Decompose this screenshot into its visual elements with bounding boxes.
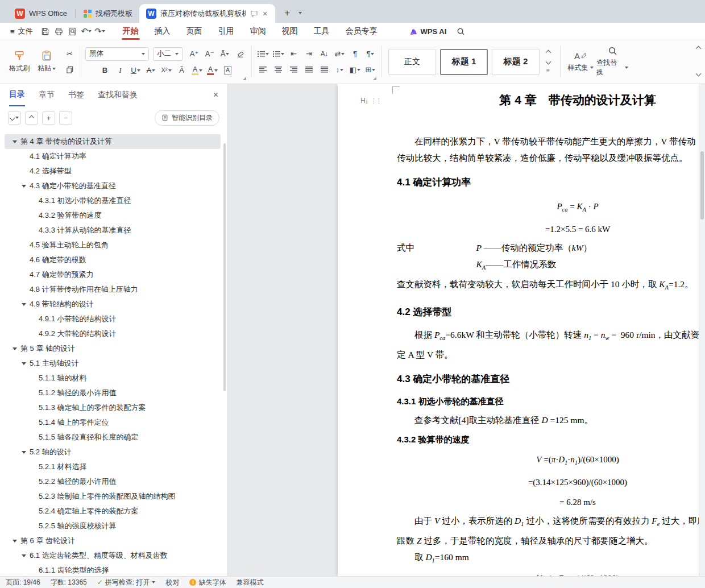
highlight-button[interactable]: A xyxy=(190,64,204,77)
style-set-button[interactable]: A 样式集 xyxy=(565,51,596,73)
toc-item[interactable]: 5.2.1 材料选择 xyxy=(5,459,221,474)
sidebar-tab[interactable]: 查找和替换 xyxy=(98,84,138,106)
toc-item[interactable]: 5.2.4 确定轴上零件的装配方案 xyxy=(5,504,221,519)
menu-tab[interactable]: 开始 xyxy=(115,23,147,40)
print-preview-button[interactable] xyxy=(66,24,80,38)
toc-item[interactable]: 4.2 选择带型 xyxy=(5,164,221,179)
tab-wps-office[interactable]: W WPS Office xyxy=(8,4,74,23)
toc-expand-arrow-icon[interactable] xyxy=(13,540,20,543)
toc-item[interactable]: 4.5 验算主动轮上的包角 xyxy=(5,238,221,252)
toc-item[interactable]: 5.1.5 轴各段直径和长度的确定 xyxy=(5,430,221,445)
align-left-button[interactable] xyxy=(256,64,270,76)
menu-tab[interactable]: 视图 xyxy=(274,23,306,40)
paragraph-dialog-launcher-icon[interactable] xyxy=(373,77,376,80)
page-indicator[interactable]: 页面: 19/46 xyxy=(6,578,40,587)
tab-list-button[interactable] xyxy=(295,6,306,20)
sort-button[interactable]: A↓ xyxy=(317,48,331,60)
toc-item[interactable]: 第 4 章 带传动的设计及计算 xyxy=(5,134,221,149)
toc-item[interactable]: 4.1 确定计算功率 xyxy=(5,149,221,164)
toc-item[interactable]: 4.6 确定带的根数 xyxy=(5,252,221,267)
compatibility-mode-badge[interactable]: 兼容模式 xyxy=(236,578,263,587)
style-option[interactable]: 标题 1 xyxy=(440,49,488,75)
toc-item[interactable]: 5.1 主动轴设计 xyxy=(5,356,221,371)
zoom-out-outline-button[interactable]: − xyxy=(59,111,72,125)
toc-item[interactable]: 4.8 计算带传动作用在轴上压轴力 xyxy=(5,282,221,297)
toc-item[interactable]: 4.3.1 初选小带轮的基准直径 xyxy=(5,193,221,208)
outdent-button[interactable]: ⇤ xyxy=(287,48,301,60)
paragraph-layout-button[interactable]: ¶ xyxy=(348,48,362,60)
toc-expand-arrow-icon[interactable] xyxy=(22,185,30,188)
new-tab-button[interactable]: + xyxy=(280,6,295,20)
drag-handle-icon[interactable]: ⋮⋮ xyxy=(371,97,381,105)
menu-tab[interactable]: 工具 xyxy=(306,23,338,40)
save-button[interactable] xyxy=(39,24,52,38)
menu-tab[interactable]: 页面 xyxy=(179,23,210,40)
paste-button[interactable]: 粘贴 xyxy=(33,49,60,74)
toc-item[interactable]: 5.2.2 轴径的最小许用值 xyxy=(5,474,221,489)
toc-item[interactable]: 5.1.3 确定轴上的零件的装配方案 xyxy=(5,400,221,415)
toc-item[interactable]: 4.7 确定带的预紧力 xyxy=(5,267,221,282)
style-scroll-down-button[interactable] xyxy=(544,58,553,66)
align-justify-button[interactable] xyxy=(302,64,316,76)
chevron-down-icon[interactable] xyxy=(696,71,702,77)
menu-tab[interactable]: 审阅 xyxy=(242,23,274,40)
indent-button[interactable]: ⇥ xyxy=(302,48,316,60)
undo-button[interactable]: ↶ xyxy=(80,24,93,38)
search-button[interactable] xyxy=(457,27,465,36)
toc-item[interactable]: 4.3.3 计算从动轮的基准直径 xyxy=(5,223,221,238)
missing-fonts-warning[interactable]: ! 缺失字体 xyxy=(189,578,226,587)
font-color-button[interactable]: A xyxy=(205,64,219,77)
collapse-all-button[interactable] xyxy=(8,111,21,125)
tab-current-document[interactable]: W 液压对称传动截板机剪板机设... × xyxy=(139,4,275,23)
word-count[interactable]: 字数: 13365 xyxy=(51,578,87,587)
menu-tab[interactable]: 会员专享 xyxy=(338,23,385,40)
sidebar-tab[interactable]: 目录 xyxy=(9,84,25,106)
heading-handle[interactable]: H₁ ⋮⋮ xyxy=(360,97,381,105)
toc-item[interactable]: 第 6 章 齿轮设计 xyxy=(5,533,221,548)
toc-item[interactable]: 4.9 带轮结构的设计 xyxy=(5,297,221,312)
copy-button[interactable] xyxy=(63,64,77,76)
toc-expand-arrow-icon[interactable] xyxy=(22,362,30,365)
superscript-button[interactable]: X² xyxy=(159,64,173,77)
sidebar-tab[interactable]: 书签 xyxy=(68,84,84,106)
zoom-in-outline-button[interactable]: + xyxy=(42,111,55,125)
toc-expand-arrow-icon[interactable] xyxy=(22,451,30,454)
text-direction-button[interactable]: ⇄ xyxy=(333,48,347,60)
expand-all-button[interactable] xyxy=(25,111,38,125)
toc-item[interactable]: 4.3 确定小带轮的基准直径 xyxy=(5,179,221,193)
character-border-button[interactable]: A xyxy=(221,64,235,77)
style-scroll-up-button[interactable] xyxy=(544,49,553,57)
style-gallery-more-button[interactable]: ≡ xyxy=(544,67,553,75)
shading-button[interactable]: ◧ xyxy=(348,64,362,76)
menu-tab[interactable]: 插入 xyxy=(147,23,179,40)
toc-item[interactable]: 4.9.1 小带轮的结构设计 xyxy=(5,312,221,326)
cut-button[interactable]: ✂ xyxy=(63,48,77,60)
decrease-font-button[interactable]: A⁻ xyxy=(202,48,217,60)
menu-tab[interactable]: 引用 xyxy=(210,23,242,40)
borders-button[interactable]: ⊞ xyxy=(363,64,378,76)
numbered-list-button[interactable] xyxy=(271,48,285,60)
wps-ai-button[interactable]: WPS AI xyxy=(409,27,447,36)
font-size-select[interactable]: 小二 xyxy=(153,47,183,61)
toc-item[interactable]: 5.2 轴的设计 xyxy=(5,445,221,459)
proofread-button[interactable]: 校对 xyxy=(165,578,179,587)
chevron-up-icon[interactable] xyxy=(696,46,702,52)
line-spacing-button[interactable]: ↕ xyxy=(333,64,347,76)
increase-font-button[interactable]: A⁺ xyxy=(187,48,201,60)
format-painter-button[interactable]: 格式刷 xyxy=(6,49,33,74)
toc-item[interactable]: 6.1 选定齿轮类型、精度等级、材料及齿数 xyxy=(5,548,221,563)
close-tab-icon[interactable]: × xyxy=(262,9,268,18)
align-distribute-button[interactable] xyxy=(317,64,331,76)
spell-check-status[interactable]: ✓ 拼写检查: 打开 xyxy=(97,578,156,587)
toc-item[interactable]: 5.1.1 轴的材料 xyxy=(5,371,221,386)
style-option[interactable]: 正文 xyxy=(388,49,436,75)
smart-toc-button[interactable]: 智能识别目录 xyxy=(155,110,219,126)
comment-icon[interactable] xyxy=(250,10,258,18)
underline-button[interactable]: U xyxy=(128,64,143,77)
toc-expand-arrow-icon[interactable] xyxy=(13,140,20,143)
toc-item[interactable]: 4.9.2 大带轮的结构设计 xyxy=(5,326,221,341)
font-dialog-launcher-icon[interactable] xyxy=(243,77,246,80)
bold-button[interactable]: B xyxy=(98,64,112,77)
toc-item[interactable]: 5.1.2 轴径的最小许用值 xyxy=(5,386,221,400)
tab-docer-templates[interactable]: 找稻壳模板 xyxy=(77,4,139,23)
